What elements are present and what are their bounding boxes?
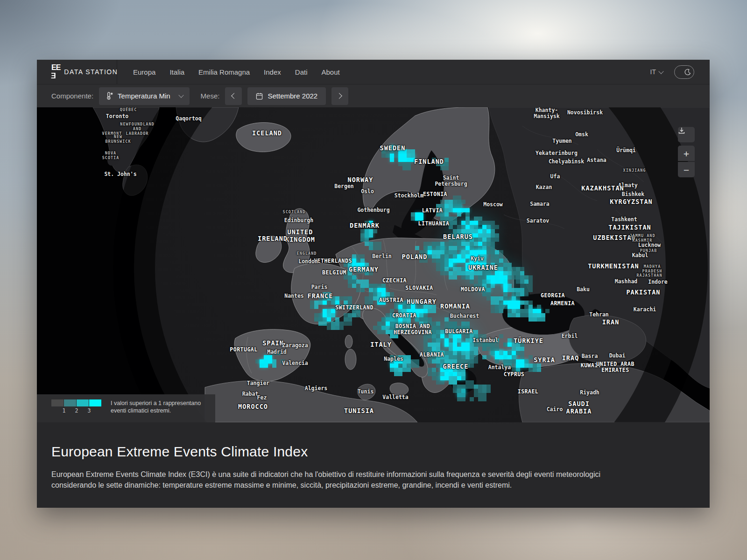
map-label: Qaqortoq bbox=[176, 116, 201, 122]
month-label: Mese: bbox=[201, 92, 220, 100]
legend-ticks: 123 bbox=[51, 407, 101, 414]
map-label: St. John's bbox=[104, 171, 136, 177]
calendar-icon bbox=[256, 92, 263, 100]
legend-tick: 2 bbox=[75, 407, 78, 414]
map-label: Valletta bbox=[382, 394, 408, 400]
nav-item-dati[interactable]: Dati bbox=[295, 68, 308, 76]
map-label: ESTONIA bbox=[423, 191, 447, 197]
map-label: TAJIKISTAN bbox=[608, 224, 651, 231]
legend-tick: 1 bbox=[63, 407, 66, 414]
logo[interactable]: EEE DATA STATION bbox=[37, 60, 117, 84]
map-label: Ufa bbox=[550, 174, 560, 180]
map-label: Yekaterinburg bbox=[536, 150, 578, 156]
chevron-down-icon bbox=[658, 69, 663, 74]
map-label: Tunis bbox=[358, 389, 374, 395]
previous-month-button[interactable] bbox=[225, 87, 242, 105]
map-label: Valencia bbox=[282, 360, 308, 366]
download-map-button[interactable] bbox=[678, 127, 695, 142]
component-label: Componente: bbox=[51, 92, 93, 100]
globe-map[interactable]: QUÉBECTorontoQaqortoqNEWFOUNDLAND AND LA… bbox=[37, 107, 710, 422]
map-label: CZECHIA bbox=[382, 278, 407, 284]
minus-icon: − bbox=[684, 165, 689, 175]
map-label: Toronto bbox=[106, 113, 128, 119]
next-month-button[interactable] bbox=[331, 87, 348, 105]
map-label: UZBEKISTAN bbox=[593, 234, 635, 242]
map-controls: + − bbox=[678, 127, 695, 177]
filter-bar: Componente: Temperatura Min Mese: Settem… bbox=[37, 84, 710, 107]
legend-swatch bbox=[89, 399, 101, 406]
map-label: Astana bbox=[587, 157, 606, 163]
map-label: XINJIANG bbox=[623, 168, 646, 173]
page-title: European Extreme Events Climate Index bbox=[51, 444, 695, 460]
map-label: NEWFOUNDLAND AND LABRADOR bbox=[120, 122, 154, 136]
map-label: Edinburgh bbox=[284, 217, 313, 224]
nav-item-italia[interactable]: Italia bbox=[169, 68, 184, 76]
map-label: Kazan bbox=[536, 184, 552, 190]
nav-item-emilia-romagna[interactable]: Emilia Romagna bbox=[198, 68, 250, 76]
map-label: PAKISTAN bbox=[626, 289, 660, 296]
map-label: Omsk bbox=[575, 132, 588, 138]
map-label: ICELAND bbox=[252, 130, 282, 137]
map-label: MADHYA PRADESH bbox=[642, 265, 662, 274]
zoom-in-button[interactable]: + bbox=[678, 146, 695, 161]
map-label: Rabat bbox=[242, 391, 259, 397]
map-label: FINLAND bbox=[414, 158, 444, 166]
language-value: IT bbox=[650, 68, 656, 76]
component-dropdown[interactable]: Temperatura Min bbox=[99, 87, 190, 105]
download-icon bbox=[678, 127, 685, 134]
map-label: Moscow bbox=[483, 202, 503, 208]
map-label: Tangier bbox=[247, 380, 269, 386]
month-value: Settembre 2022 bbox=[268, 92, 317, 100]
nav-item-index[interactable]: Index bbox=[264, 68, 281, 76]
map-label: Bucharest bbox=[450, 313, 479, 319]
map-label: PUNJAB bbox=[640, 249, 657, 253]
map-label: SWEDEN bbox=[380, 145, 406, 152]
map-label: Dubai bbox=[609, 353, 626, 359]
map-label: NOVA SCOTIA bbox=[102, 151, 120, 161]
language-selector[interactable]: IT bbox=[650, 68, 663, 76]
map-label: LITHUANIA bbox=[418, 221, 450, 227]
map-label: Riyadh bbox=[580, 390, 599, 396]
map-label: RAJASTHAN bbox=[636, 273, 662, 278]
map-label: TÜRKIYE bbox=[514, 337, 543, 345]
map-label: CROATIA bbox=[392, 313, 416, 319]
map-label: Nantes bbox=[284, 293, 304, 299]
map-label: Saratov bbox=[527, 218, 549, 224]
map-label: Lucknow bbox=[638, 242, 661, 248]
map-label: KUWAIT bbox=[581, 363, 602, 369]
nav-menu: EuropaItaliaEmilia RomagnaIndexDatiAbout bbox=[133, 68, 340, 76]
map-label: ARMENIA bbox=[550, 301, 575, 307]
map-label: VERMONT bbox=[102, 132, 122, 136]
map-label: Gothenburg bbox=[357, 207, 389, 213]
map-label: Algiers bbox=[305, 385, 327, 392]
map-label: Karachi bbox=[634, 307, 656, 313]
map-label: KYRGYZSTAN bbox=[610, 198, 652, 206]
nav-item-europa[interactable]: Europa bbox=[133, 68, 155, 76]
map-label: NETHERLANDS bbox=[314, 258, 352, 264]
map-label: ALBANIA bbox=[420, 352, 444, 358]
map-label: Ürümqi bbox=[616, 147, 636, 154]
map-label: Basra bbox=[582, 353, 598, 359]
map-label: Fez bbox=[257, 395, 267, 401]
map-label: Indore bbox=[648, 279, 668, 285]
map-label: UNITED KINGDOM bbox=[285, 229, 315, 243]
theme-toggle[interactable] bbox=[674, 65, 694, 79]
map-label: IRELAND bbox=[258, 235, 288, 243]
map-label: Oslo bbox=[361, 189, 374, 195]
map-label: Madrid bbox=[267, 349, 287, 355]
month-picker[interactable]: Settembre 2022 bbox=[247, 87, 326, 105]
map-labels: QUÉBECTorontoQaqortoqNEWFOUNDLAND AND LA… bbox=[37, 107, 710, 422]
chevron-down-icon bbox=[178, 92, 183, 98]
chevron-right-icon bbox=[336, 93, 342, 99]
map-label: UNITED ARAB EMIRATES bbox=[596, 361, 634, 373]
map-label: Bergen bbox=[334, 183, 354, 189]
map-label: Berlin bbox=[372, 253, 392, 259]
map-label: NORWAY bbox=[348, 176, 374, 184]
map-label: Almaty bbox=[618, 182, 638, 189]
nav-item-about[interactable]: About bbox=[322, 68, 340, 76]
map-label: BELGIUM bbox=[322, 270, 346, 276]
map-label: Chelyabinsk bbox=[549, 159, 584, 165]
map-label: BOSNIA AND HERZEGOVINA bbox=[394, 323, 432, 336]
zoom-out-button[interactable]: − bbox=[678, 162, 695, 177]
map-label: ITALY bbox=[370, 341, 392, 349]
